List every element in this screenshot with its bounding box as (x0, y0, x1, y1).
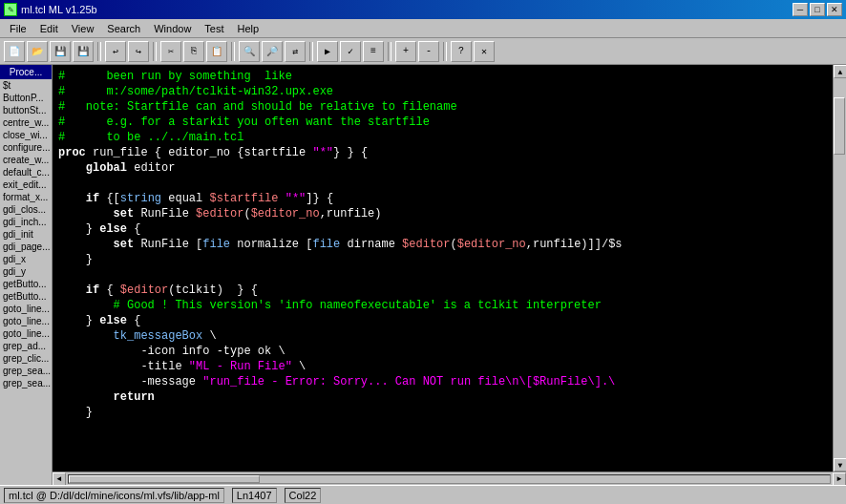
hscroll-thumb[interactable] (69, 475, 260, 483)
menu-item-test[interactable]: Test (199, 21, 229, 36)
toolbar-separator (231, 42, 235, 61)
menu-item-view[interactable]: View (66, 21, 100, 36)
window-title: ml.tcl ML v1.25b (21, 4, 97, 15)
sidebar-item[interactable]: getButto... (0, 278, 52, 290)
menu-bar: FileEditViewSearchWindowTestHelp (0, 19, 846, 38)
sidebar-header: Proce... (0, 65, 52, 79)
maximize-button[interactable]: □ (810, 3, 825, 16)
horizontal-scrollbar[interactable]: ◄ ► (53, 472, 846, 485)
sidebar-item[interactable]: goto_line... (0, 315, 52, 327)
status-bar: ml.tcl @ D:/dl/dcl/mine/icons/ml.vfs/lib… (0, 485, 846, 504)
redo-button[interactable]: ↪ (128, 41, 149, 62)
findnext-button[interactable]: 🔎 (262, 41, 283, 62)
sidebar-item[interactable]: gdi_page... (0, 241, 52, 253)
toolbar-separator (97, 42, 101, 61)
cut-button[interactable]: ✂ (160, 41, 181, 62)
paste-button[interactable]: 📋 (206, 41, 227, 62)
scroll-up-button[interactable]: ▲ (834, 65, 846, 78)
editor-container: # been run by something like # m:/some/p… (53, 65, 846, 485)
hscroll-track[interactable] (68, 474, 831, 484)
menu-item-help[interactable]: Help (232, 21, 265, 36)
status-col: Col22 (285, 488, 322, 503)
replace-button[interactable]: ⇄ (285, 41, 306, 62)
menu-item-file[interactable]: File (4, 21, 32, 36)
sidebar-item[interactable]: ButtonP... (0, 92, 52, 104)
menu-item-search[interactable]: Search (101, 21, 146, 36)
sidebar-item[interactable]: gdi_clos... (0, 203, 52, 216)
sidebar-item[interactable]: getButto... (0, 290, 52, 303)
saveas-button[interactable]: 💾 (73, 41, 94, 62)
close-button[interactable]: ✕ (474, 41, 495, 62)
toolbar-separator (388, 42, 391, 61)
zoomin-button[interactable]: + (395, 41, 416, 62)
vscroll-thumb[interactable] (834, 97, 845, 155)
help-button[interactable]: ? (451, 41, 472, 62)
scroll-left-button[interactable]: ◄ (53, 472, 66, 486)
sidebar-item[interactable]: buttonSt... (0, 104, 52, 116)
check-button[interactable]: ✓ (340, 41, 361, 62)
run-button[interactable]: ▶ (317, 41, 338, 62)
indent-button[interactable]: ≡ (363, 41, 384, 62)
close-button[interactable]: ✕ (827, 3, 842, 16)
sidebar: Proce... $tButtonP...buttonSt...centre_w… (0, 65, 53, 485)
status-file: ml.tcl @ D:/dl/dcl/mine/icons/ml.vfs/lib… (4, 488, 224, 503)
code-editor[interactable]: # been run by something like # m:/some/p… (53, 65, 833, 472)
sidebar-item[interactable]: grep_sea... (0, 377, 52, 389)
sidebar-item[interactable]: gdi_y (0, 265, 52, 278)
sidebar-item[interactable]: close_wi... (0, 129, 52, 141)
open-button[interactable]: 📂 (27, 41, 48, 62)
menu-item-window[interactable]: Window (148, 21, 197, 36)
sidebar-item[interactable]: format_x... (0, 191, 52, 203)
undo-button[interactable]: ↩ (105, 41, 126, 62)
sidebar-item[interactable]: $t (0, 79, 52, 92)
copy-button[interactable]: ⎘ (183, 41, 204, 62)
status-ln: Ln1407 (232, 488, 277, 503)
sidebar-item[interactable]: exit_edit... (0, 178, 52, 191)
scroll-down-button[interactable]: ▼ (834, 458, 846, 472)
sidebar-item[interactable]: grep_ad... (0, 340, 52, 352)
save-button[interactable]: 💾 (50, 41, 71, 62)
sidebar-item[interactable]: gdi_init (0, 228, 52, 241)
toolbar: 📄📂💾💾↩↪✂⎘📋🔍🔎⇄▶✓≡+-?✕ (0, 38, 846, 65)
sidebar-item[interactable]: default_c... (0, 166, 52, 178)
scroll-right-button[interactable]: ► (833, 472, 846, 486)
vscroll-track[interactable] (834, 78, 846, 458)
vertical-scrollbar[interactable]: ▲ ▼ (833, 65, 846, 472)
sidebar-item[interactable]: grep_sea... (0, 365, 52, 377)
sidebar-item[interactable]: gdi_inch... (0, 216, 52, 228)
sidebar-item[interactable]: grep_clic... (0, 352, 52, 365)
find-button[interactable]: 🔍 (239, 41, 260, 62)
app-icon: ✎ (4, 3, 17, 16)
title-bar-left: ✎ ml.tcl ML v1.25b (4, 3, 97, 16)
sidebar-item[interactable]: gdi_x (0, 253, 52, 265)
toolbar-separator (153, 42, 157, 61)
toolbar-separator (309, 42, 313, 61)
toolbar-separator (443, 42, 447, 61)
sidebar-item[interactable]: configure... (0, 141, 52, 154)
minimize-button[interactable]: ─ (793, 3, 808, 16)
menu-item-edit[interactable]: Edit (34, 21, 64, 36)
sidebar-item[interactable]: goto_line... (0, 303, 52, 315)
zoomout-button[interactable]: - (418, 41, 439, 62)
main-area: Proce... $tButtonP...buttonSt...centre_w… (0, 65, 846, 485)
sidebar-item[interactable]: goto_line... (0, 327, 52, 340)
sidebar-item[interactable]: centre_w... (0, 116, 52, 129)
new-button[interactable]: 📄 (4, 41, 25, 62)
title-controls: ─ □ ✕ (793, 3, 842, 16)
title-bar: ✎ ml.tcl ML v1.25b ─ □ ✕ (0, 0, 846, 19)
sidebar-item[interactable]: create_w... (0, 154, 52, 166)
